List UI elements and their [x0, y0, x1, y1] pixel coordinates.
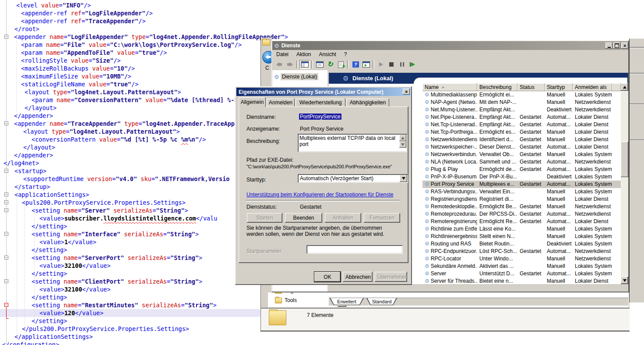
outline-collapse-toggle[interactable]: – — [4, 35, 8, 39]
outline-collapse-toggle[interactable]: – — [4, 121, 8, 125]
starttyp-combobox[interactable]: Automatisch (Verzögerter Start) — [298, 174, 408, 183]
outline-collapse-toggle[interactable]: – — [4, 192, 8, 196]
service-row[interactable]: ⚙PnP-X-IP-Busenum...Der PnP-X-Bu...Deakt… — [422, 173, 621, 181]
column-header-status[interactable]: Status — [517, 83, 545, 91]
service-row[interactable]: ⚙Remoteprozedurau...Der RPCSS-Di...Gesta… — [422, 210, 621, 218]
service-row[interactable]: ⚙Richtlinie zum Entfe...Lässt eine Ko...… — [422, 225, 621, 233]
extended-view-icon[interactable] — [361, 60, 371, 69]
service-starttype: Manuell — [545, 263, 573, 270]
service-row[interactable]: ⚙Routing und RASBietet Routin...Deaktivi… — [422, 240, 621, 248]
maximize-button[interactable] — [613, 43, 620, 49]
dienstname-value[interactable]: PortProxyService — [299, 114, 341, 120]
service-row[interactable]: ⚙NLA (Network Loca...Sammelt und ...Gest… — [422, 158, 621, 166]
service-row[interactable]: ⚙Net.Msmq-Listener...Empfängt Akt...Deak… — [422, 106, 621, 114]
view-tab-erweitert[interactable]: Erweitert — [330, 298, 364, 305]
scroll-up-button[interactable] — [621, 83, 628, 91]
fortsetzen-service-button[interactable]: Fortsetzen — [364, 213, 400, 223]
service-row[interactable]: ⚙Server für Threads...Bietet eine n...Ma… — [422, 277, 621, 284]
service-logon: Lokales System — [573, 225, 612, 233]
minimize-button[interactable] — [605, 43, 612, 49]
list-item[interactable]: Tools — [285, 297, 297, 304]
services-list[interactable]: Name▲BeschreibungStatusStarttypAnmelden … — [422, 83, 628, 284]
list-item[interactable]: Logs — [285, 292, 296, 294]
service-row[interactable]: ⚙Netzwerkverbindun...Verwaltet Ob...Gest… — [422, 151, 621, 158]
service-row[interactable]: ⚙RPC-Endpunktzuor...Löst RPC-Sch...Gesta… — [422, 248, 621, 255]
outline-collapse-toggle[interactable]: – — [4, 256, 8, 260]
vertical-scrollbar[interactable] — [621, 83, 628, 284]
service-row[interactable]: ⚙NAP-Agent (Netwo...Mit dem NAP-...Manue… — [422, 99, 621, 106]
ok-button[interactable]: OK — [314, 272, 341, 282]
service-row[interactable]: ⚙RemoteregistrierungErmöglicht Re...Gest… — [422, 218, 621, 225]
service-row[interactable]: ⚙Sekundäre Anmeld...Aktiviert das ...Man… — [422, 263, 621, 270]
stop-service-icon[interactable] — [386, 60, 397, 69]
properties-icon[interactable] — [314, 60, 325, 69]
pause-service-icon[interactable] — [397, 60, 407, 69]
outline-collapse-toggle[interactable]: – — [4, 232, 8, 236]
tree-item-dienste-lokal[interactable]: ⚙ Dienste (Lokal) — [274, 73, 318, 80]
back-icon[interactable] — [274, 60, 285, 69]
service-row[interactable]: ⚙Registrierungsdiens...Registriert di...… — [422, 196, 621, 203]
show-tree-icon[interactable] — [299, 60, 310, 69]
service-row[interactable]: ⚙RAS-Verbindungsv...Verwaltet Ein...Manu… — [422, 188, 621, 196]
outline-collapse-toggle[interactable]: – — [4, 303, 8, 307]
startoptionen-help-link[interactable]: Unterstützung beim Konfigurieren der Sta… — [246, 192, 394, 198]
outline-collapse-toggle[interactable]: – — [4, 200, 8, 204]
column-header-beschreibung[interactable]: Beschreibung — [477, 83, 517, 91]
dialog-tab-allgemein[interactable]: Allgemein — [239, 97, 266, 107]
service-gear-icon: ⚙ — [425, 203, 429, 210]
outline-collapse-toggle[interactable]: – — [4, 169, 8, 173]
dialog-tab-anmelden[interactable]: Anmelden — [267, 99, 295, 107]
scrollbar-thumb[interactable] — [621, 142, 628, 177]
anhalten-service-button[interactable]: Anhalten — [325, 213, 361, 223]
service-status — [517, 91, 545, 99]
service-row[interactable]: ⚙RPC-LocatorUnter Windo...ManuellNetzwer… — [422, 255, 621, 263]
startparameter-input[interactable] — [306, 245, 403, 254]
starten-service-button[interactable]: Starten — [247, 213, 282, 223]
apply-button[interactable]: Übernehmen — [375, 272, 407, 282]
dialog-close-button[interactable]: × — [403, 89, 410, 95]
change-tracking-bar — [6, 307, 7, 318]
service-row[interactable]: ⚙NetzwerklistendienstIdentifiziert d...G… — [422, 136, 621, 143]
service-row[interactable]: ⚙Remotedesktopdie...Ermöglicht Be...Gest… — [422, 203, 621, 210]
close-button[interactable]: × — [621, 43, 628, 49]
outline-collapse-toggle[interactable]: – — [4, 279, 8, 283]
beenden-service-button[interactable]: Beenden — [285, 213, 322, 223]
menu-item-?[interactable]: ? — [340, 50, 351, 58]
service-row[interactable]: ⚙Richtlinienergebniss...Stellt einen N..… — [422, 233, 621, 240]
outline-collapse-toggle[interactable]: – — [4, 208, 8, 212]
cancel-button[interactable]: Abbrechen — [343, 272, 373, 282]
dialog-tab-wiederherstellung[interactable]: Wiederherstellung — [296, 99, 345, 107]
column-header-starttyp[interactable]: Starttyp — [545, 83, 573, 91]
column-header-anmelden-als[interactable]: Anmelden als — [573, 83, 612, 91]
service-row[interactable]: ⚙Net.Pipe-Listenera...Empfängt Akt...Ges… — [422, 114, 621, 121]
service-starttype: Automat... — [545, 158, 573, 166]
service-row[interactable]: ⚙Plug & PlayErmöglicht de...GestartetAut… — [422, 166, 621, 173]
service-row[interactable]: ⚙Port Proxy ServiceMultiplexes e...Gesta… — [422, 181, 621, 188]
service-status — [517, 188, 545, 196]
dialog-tab-abhngigkeiten[interactable]: Abhängigkeiten — [346, 99, 389, 107]
restart-service-icon[interactable] — [407, 60, 418, 69]
menu-item-datei[interactable]: Datei — [272, 50, 292, 58]
menu-item-aktion[interactable]: Aktion — [292, 50, 315, 58]
service-row[interactable]: ⚙Netzwerkspeicher-...Dieser Dienst...Ges… — [422, 143, 621, 151]
scroll-down-button[interactable] — [621, 277, 628, 284]
menu-item-ansicht[interactable]: Ansicht — [315, 50, 340, 58]
beschreibung-textbox[interactable]: Multiplexes external TCP/IP data on loca… — [298, 134, 407, 152]
service-row[interactable]: ⚙Multimediaklassenpl...Ermöglicht ei...M… — [422, 91, 621, 99]
view-tab-standard[interactable]: Standard — [366, 298, 397, 305]
refresh-icon[interactable]: ↻ — [325, 60, 335, 69]
service-row[interactable]: ⚙ServerUnterstützt D...GestartetAutomat.… — [422, 270, 621, 277]
chevron-down-icon[interactable] — [400, 175, 407, 182]
forward-icon[interactable] — [285, 60, 295, 69]
start-service-icon[interactable] — [376, 60, 386, 69]
export-list-icon[interactable] — [335, 60, 346, 69]
service-row[interactable]: ⚙Net.Tcp-Portfreiga...Ermöglicht es...Ge… — [422, 128, 621, 136]
service-gear-icon: ⚙ — [425, 233, 429, 239]
help-icon[interactable]: ? — [350, 60, 361, 69]
scroll-down-button[interactable] — [399, 141, 406, 148]
service-logon: Lokales System — [573, 233, 612, 240]
scroll-up-button[interactable] — [399, 135, 406, 141]
service-row[interactable]: ⚙Net.Tcp-Listenerad...Empfängt Akt...Ges… — [422, 121, 621, 128]
column-header-name[interactable]: Name▲ — [422, 83, 477, 91]
item-count-status: 7 Elemente — [307, 312, 334, 318]
